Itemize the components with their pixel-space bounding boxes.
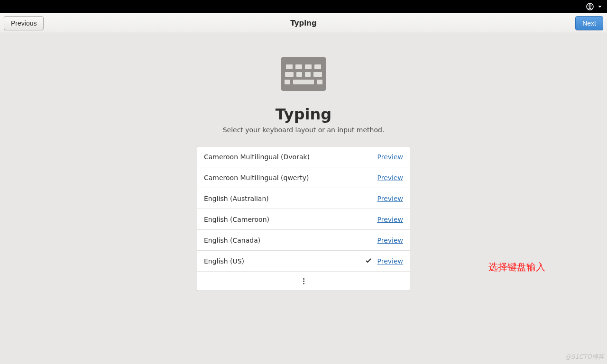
- previous-button[interactable]: Previous: [4, 16, 44, 30]
- layout-row[interactable]: Cameroon Multilingual (qwerty) Preview: [197, 167, 410, 188]
- preview-link[interactable]: Preview: [377, 257, 404, 265]
- chevron-down-icon[interactable]: [598, 4, 602, 9]
- next-button[interactable]: Next: [575, 16, 603, 30]
- annotation-text: 选择键盘输入: [488, 261, 545, 273]
- preview-link[interactable]: Preview: [377, 174, 404, 182]
- layout-label: English (Australian): [204, 195, 364, 202]
- keyboard-layout-list: Cameroon Multilingual (Dvorak) Preview C…: [197, 146, 410, 291]
- layout-label: English (Cameroon): [204, 216, 364, 223]
- layout-row[interactable]: English (US) Preview: [197, 251, 410, 272]
- check-icon: [364, 257, 373, 265]
- layout-row[interactable]: English (Cameroon) Preview: [197, 209, 410, 230]
- keyboard-icon: [281, 57, 326, 91]
- more-layouts-button[interactable]: [197, 272, 410, 291]
- svg-point-1: [589, 4, 591, 6]
- page-title: Typing: [276, 105, 331, 123]
- watermark: @51CTO博客: [565, 353, 604, 361]
- layout-row[interactable]: English (Canada) Preview: [197, 230, 410, 251]
- system-top-bar: [0, 0, 607, 13]
- header-title: Typing: [0, 19, 607, 27]
- layout-label: Cameroon Multilingual (Dvorak): [204, 153, 364, 161]
- preview-link[interactable]: Preview: [377, 237, 404, 244]
- preview-link[interactable]: Preview: [377, 153, 404, 161]
- layout-label: English (US): [204, 257, 364, 265]
- layout-row[interactable]: Cameroon Multilingual (Dvorak) Preview: [197, 146, 410, 167]
- more-icon: [303, 278, 304, 284]
- layout-row[interactable]: English (Australian) Preview: [197, 188, 410, 209]
- page-subtitle: Select your keyboard layout or an input …: [223, 126, 385, 134]
- layout-label: Cameroon Multilingual (qwerty): [204, 174, 364, 182]
- preview-link[interactable]: Preview: [377, 216, 404, 223]
- layout-label: English (Canada): [204, 237, 364, 244]
- page-content: Typing Select your keyboard layout or an…: [0, 33, 607, 364]
- header-bar: Previous Typing Next: [0, 13, 607, 33]
- accessibility-icon[interactable]: [586, 3, 594, 10]
- preview-link[interactable]: Preview: [377, 195, 404, 202]
